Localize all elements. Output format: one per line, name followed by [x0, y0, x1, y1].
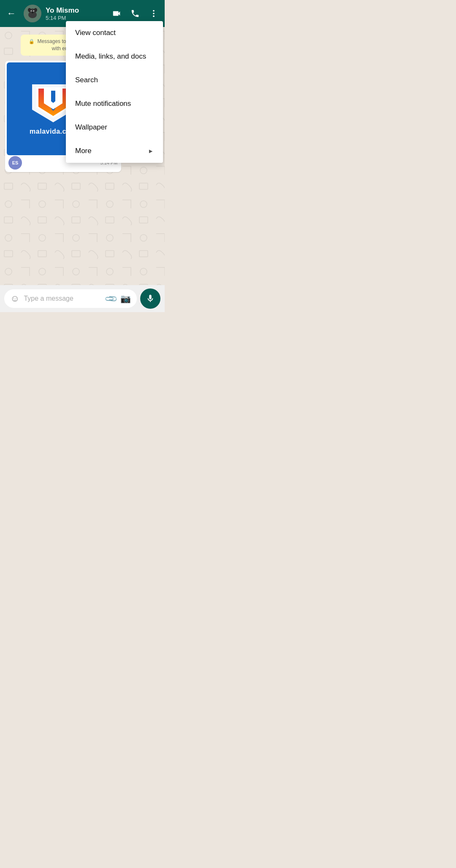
menu-item-media-links-docs[interactable]: Media, links, and docs [66, 45, 163, 68]
menu-item-more[interactable]: More ► [66, 139, 163, 163]
dropdown-overlay[interactable]: View contact Media, links, and docs Sear… [0, 0, 165, 312]
menu-item-search[interactable]: Search [66, 68, 163, 92]
chevron-right-icon: ► [148, 148, 154, 154]
menu-item-wallpaper[interactable]: Wallpaper [66, 116, 163, 139]
dropdown-menu: View contact Media, links, and docs Sear… [66, 21, 163, 163]
menu-item-mute-notifications[interactable]: Mute notifications [66, 92, 163, 116]
menu-item-view-contact[interactable]: View contact [66, 21, 163, 45]
